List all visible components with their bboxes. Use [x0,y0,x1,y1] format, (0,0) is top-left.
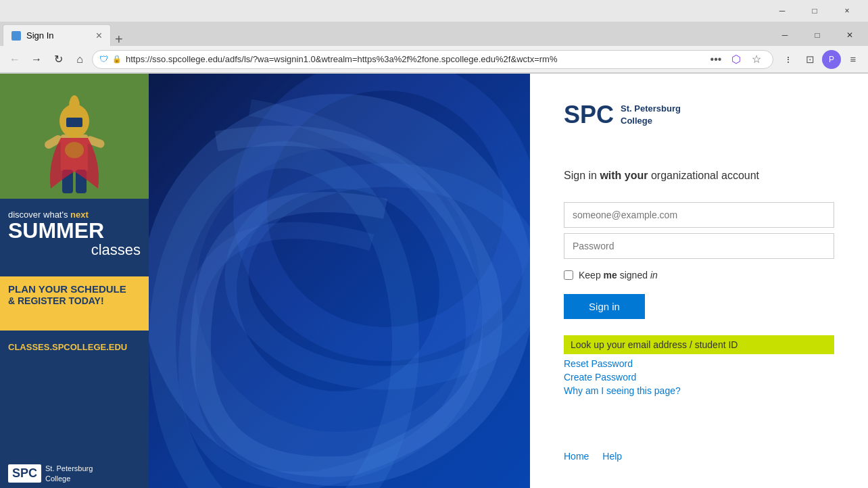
spc-letters-top: SPC [564,101,614,129]
profile-button[interactable]: P [822,50,841,69]
url-banner: CLASSES.SPCOLLEGE.EDU [0,331,149,363]
spc-logo-bottom: SPC St. Petersburg College [8,464,93,483]
plan-title: PLAN YOUR SCHEDULE [8,283,141,295]
shield-icon: 🛡 [99,54,108,64]
tab-close-button[interactable]: × [96,30,102,41]
password-input[interactable] [564,233,834,259]
mascot-area [0,74,149,199]
new-tab-button[interactable]: + [111,32,127,46]
back-button[interactable]: ← [5,50,24,69]
address-actions: ••• ⬡ ☆ [706,50,766,69]
summer-title: SUMMER [8,220,141,241]
sign-in-title: Sign in with your organizational account [564,170,834,182]
blue-swirl-bg [149,74,530,488]
bottom-logo-area: SPC St. Petersburg College [0,363,149,488]
title-window-controls: ─ □ ✕ [127,24,865,46]
menu-button[interactable]: ≡ [844,50,863,69]
address-field[interactable]: 🛡 🔒 https://sso.spcollege.edu/adfs/ls/?w… [92,50,773,69]
forward-button[interactable]: → [27,50,46,69]
page-footer: Home Help [564,451,834,462]
email-input[interactable] [564,202,834,228]
right-login-panel: SPC St. Petersburg College Sign in with … [530,74,868,488]
lookup-link[interactable]: Look up your email address / student ID [564,335,834,354]
address-bar: ← → ↻ ⌂ 🛡 🔒 https://sso.spcollege.edu/ad… [0,46,868,73]
create-password-link[interactable]: Create Password [564,372,834,383]
register-title: & REGISTER TODAY! [8,295,141,306]
active-tab[interactable]: Sign In × [3,24,111,46]
mascot-icon [27,80,122,199]
svg-point-3 [69,95,80,117]
keep-signed-checkbox[interactable] [564,270,573,280]
spc-logo-top: SPC St. Petersburg College [564,101,834,129]
refresh-button[interactable]: ↻ [49,50,68,69]
address-text: https://sso.spcollege.edu/adfs/ls/?wa=ws… [126,54,702,64]
close-window-button[interactable]: × [831,0,863,22]
maximize-button[interactable]: □ [799,0,830,22]
tab-bar: Sign In × + ─ □ ✕ [0,22,868,46]
tab-favicon [11,31,21,41]
reset-password-link[interactable]: Reset Password [564,358,834,369]
title-bar: ─ □ × [0,0,868,22]
toolbar-right: ⫶ ⊡ P ≡ [779,50,863,69]
max-btn[interactable]: □ [802,24,833,46]
page-content: discover what's next SUMMER classes PLAN… [0,74,868,488]
footer-home-link[interactable]: Home [564,451,589,462]
plan-banner: PLAN YOUR SCHEDULE & REGISTER TODAY! [0,276,149,331]
tab-label: Sign In [26,30,53,41]
spc-letters-bottom: SPC [8,464,41,483]
library-button[interactable]: ⫶ [779,50,798,69]
x-btn[interactable]: ✕ [834,24,865,46]
sign-in-button[interactable]: Sign in [564,294,645,319]
lock-icon: 🔒 [112,55,122,64]
url-text: CLASSES.SPCOLLEGE.EDU [8,342,127,352]
summer-banner: discover what's next SUMMER classes [0,199,149,276]
window-controls: ─ □ × [767,0,863,22]
keep-signed-row: Keep me signed in [564,270,834,280]
sidebar-button[interactable]: ⊡ [800,50,819,69]
left-panel: discover what's next SUMMER classes PLAN… [0,74,530,488]
bookmark-button[interactable]: ☆ [747,50,766,69]
left-sidebar: discover what's next SUMMER classes PLAN… [0,74,149,488]
keep-signed-label: Keep me signed in [579,270,658,280]
swirl-decoration [149,74,530,488]
home-button[interactable]: ⌂ [70,50,89,69]
svg-point-8 [65,142,84,158]
spc-name-bottom: St. Petersburg College [45,464,93,483]
svg-rect-2 [66,118,82,127]
why-link[interactable]: Why am I seeing this page? [564,385,834,396]
more-options-button[interactable]: ••• [706,50,725,69]
classes-text: classes [8,241,141,259]
pocket-button[interactable]: ⬡ [727,50,746,69]
minimize-button[interactable]: ─ [767,0,798,22]
min-btn[interactable]: ─ [769,24,800,46]
footer-help-link[interactable]: Help [602,451,622,462]
spc-full-name: St. Petersburg College [621,103,681,127]
